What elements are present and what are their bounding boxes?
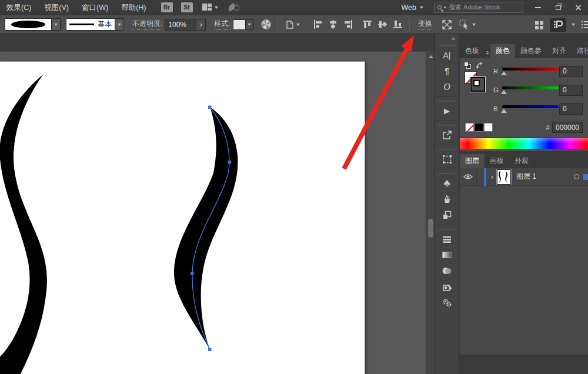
drag-gripper[interactable] — [439, 125, 455, 126]
target-circle-icon[interactable] — [574, 174, 579, 179]
drag-gripper[interactable] — [439, 173, 455, 174]
fill-preview — [5, 18, 52, 31]
brushes-panel-icon[interactable] — [435, 191, 459, 207]
align-left-icon[interactable] — [312, 19, 323, 30]
blue-channel-label: B — [493, 105, 501, 112]
white-swatch[interactable] — [484, 123, 493, 132]
settings-gears-icon[interactable] — [435, 295, 459, 310]
scrollbar-thumb[interactable] — [428, 219, 433, 238]
eye-icon — [463, 173, 473, 180]
document-setup-dropdown[interactable] — [283, 19, 300, 30]
tab-sort-icon[interactable] — [485, 51, 490, 58]
paragraph-panel-icon[interactable]: ¶ — [435, 63, 459, 79]
color-spectrum-bar[interactable] — [460, 138, 588, 149]
tab-artboards[interactable]: 画板 — [485, 154, 509, 168]
align-bottom-icon[interactable] — [392, 19, 403, 30]
opacity-label[interactable]: 不透明度: — [132, 19, 162, 30]
blue-slider[interactable] — [502, 105, 554, 113]
layer-row[interactable]: › 图层 1 — [460, 168, 588, 186]
align-right-icon[interactable] — [343, 19, 354, 30]
panel-menu-icon[interactable] — [580, 19, 588, 31]
layer-name[interactable]: 图层 1 — [516, 172, 536, 182]
blue-value-input[interactable] — [559, 103, 583, 115]
stroke-color-swatch[interactable] — [470, 77, 485, 92]
green-value-input[interactable] — [559, 85, 583, 96]
workspace-switcher[interactable]: Web — [396, 4, 429, 12]
align-horizontal-center-icon[interactable] — [328, 19, 339, 30]
character-panel-icon[interactable]: A| — [435, 47, 459, 63]
transform-link[interactable]: 变换 — [418, 19, 432, 30]
hex-input[interactable] — [552, 122, 583, 133]
red-channel-label: R — [493, 68, 501, 75]
canvas-area[interactable] — [0, 34, 435, 374]
export-panel-icon[interactable] — [435, 127, 459, 143]
close-button[interactable] — [568, 0, 588, 15]
expand-layer-icon[interactable]: › — [491, 173, 493, 181]
green-channel-label: G — [493, 86, 501, 94]
menu-help[interactable]: 帮助(H) — [115, 0, 152, 15]
fill-style-dropdown[interactable] — [5, 18, 61, 31]
artboards-panel-icon[interactable] — [435, 151, 459, 167]
slider-thumb-icon[interactable] — [501, 109, 507, 113]
tab-pathfinder[interactable]: 路径查 — [572, 44, 588, 58]
layer-thumbnail[interactable] — [497, 169, 511, 185]
style-label[interactable]: 样式: — [214, 19, 230, 30]
artboard[interactable] — [0, 62, 365, 374]
minimize-button[interactable] — [528, 0, 548, 15]
gpu-performance-icon[interactable] — [228, 3, 239, 12]
vertical-scrollbar[interactable] — [426, 52, 435, 374]
stock-button[interactable]: St — [181, 2, 193, 12]
selection-indicator[interactable] — [583, 174, 588, 180]
opacity-stepper[interactable]: › — [196, 19, 206, 31]
red-value-input[interactable] — [559, 66, 583, 77]
scroll-up-icon[interactable] — [429, 55, 433, 58]
graphic-style-dropdown[interactable] — [233, 19, 254, 30]
collapse-dock-icon[interactable]: « — [435, 34, 459, 43]
drag-gripper[interactable] — [439, 101, 455, 102]
arrange-documents-icon[interactable] — [533, 19, 544, 31]
swap-fill-stroke-icon[interactable] — [476, 62, 484, 71]
none-swatch[interactable] — [465, 123, 474, 132]
adobe-stock-search[interactable]: 搜索 Adobe Stock — [434, 2, 523, 13]
opacity-input[interactable] — [165, 19, 196, 31]
stroke-panel-icon[interactable] — [435, 231, 459, 247]
visibility-toggle[interactable] — [460, 173, 476, 180]
drag-gripper[interactable] — [439, 229, 455, 230]
arrange-documents-dropdown[interactable] — [202, 4, 218, 11]
free-transform-icon[interactable] — [442, 19, 453, 30]
chevron-down-icon — [472, 24, 476, 26]
recolor-artwork-icon[interactable] — [261, 19, 271, 29]
restore-button[interactable] — [548, 0, 568, 15]
pathfinder-panel-icon[interactable] — [435, 207, 459, 223]
green-slider[interactable] — [502, 86, 554, 94]
black-swatch[interactable] — [475, 123, 483, 132]
divider — [435, 96, 459, 97]
stroke-style-dropdown[interactable]: 基本 — [66, 18, 124, 31]
menu-view[interactable]: 视图(V) — [38, 0, 75, 15]
slider-thumb-icon[interactable] — [501, 71, 507, 75]
drag-gripper[interactable] — [439, 149, 455, 150]
align-vertical-center-icon[interactable] — [377, 19, 388, 30]
menu-window[interactable]: 窗口(W) — [75, 0, 115, 15]
tab-swatches[interactable]: 色板 — [460, 44, 485, 58]
tab-color[interactable]: 颜色 — [490, 44, 515, 58]
bridge-button[interactable]: Br — [161, 2, 173, 12]
align-top-icon[interactable] — [362, 19, 373, 30]
transparency-panel-icon[interactable] — [435, 263, 459, 279]
red-slider[interactable] — [502, 67, 554, 75]
opentype-panel-icon[interactable]: O — [435, 79, 459, 95]
tab-layers[interactable]: 图层 — [460, 154, 485, 168]
tab-align[interactable]: 对齐 — [547, 44, 572, 58]
select-similar-dropdown[interactable] — [459, 19, 476, 30]
default-fill-stroke-icon[interactable] — [464, 62, 472, 69]
tab-appearance[interactable]: 外观 — [509, 154, 534, 168]
menu-effect[interactable]: 效果(C) — [0, 0, 38, 15]
workspace-button[interactable] — [550, 18, 566, 32]
actions-play-icon[interactable]: ▶ — [435, 103, 459, 119]
drag-gripper[interactable] — [439, 45, 455, 46]
slider-thumb-icon[interactable] — [501, 90, 507, 94]
symbols-panel-icon[interactable]: ♣ — [435, 175, 459, 191]
symbol-libraries-icon[interactable] — [435, 279, 459, 295]
gradient-panel-icon[interactable] — [435, 247, 459, 263]
tab-color-guide[interactable]: 颜色参 — [515, 44, 547, 58]
